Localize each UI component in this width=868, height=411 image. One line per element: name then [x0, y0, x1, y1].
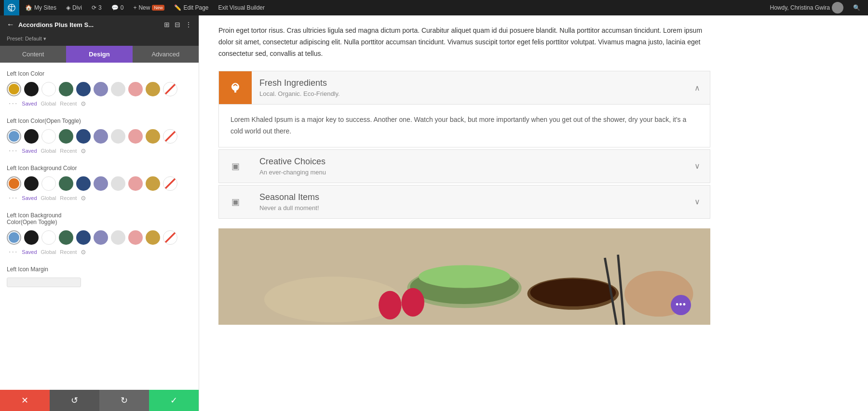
search-bar-item[interactable]: 🔍	[849, 4, 864, 11]
gear-icon-open[interactable]: ⚙	[81, 147, 86, 155]
swatch-black-open[interactable]	[24, 129, 39, 144]
swatch-green-bg[interactable]	[59, 176, 73, 191]
divi-menu[interactable]: ◈ Divi	[62, 0, 86, 15]
confirm-button[interactable]: ✓	[149, 390, 199, 411]
swatch-navy-bg[interactable]	[76, 176, 91, 191]
swatch-navy-bgo[interactable]	[76, 230, 91, 245]
swatch-white[interactable]	[41, 82, 56, 96]
swatch-black-bg[interactable]	[24, 176, 39, 191]
back-arrow-icon[interactable]: ←	[7, 20, 14, 29]
global-label[interactable]: Global	[41, 101, 56, 106]
left-icon-bg-color-open-title: Left Icon Background Color(Open Toggle)	[7, 212, 192, 225]
swatch-tan-bgo[interactable]	[146, 230, 160, 245]
panel-preset: Preset: Default	[0, 34, 199, 46]
swatch-periwinkle[interactable]	[94, 82, 108, 96]
gear-icon-bg[interactable]: ⚙	[81, 195, 86, 202]
chevron-down-icon-creative[interactable]: ∨	[685, 161, 710, 171]
recent-label-open[interactable]: Recent	[60, 148, 77, 154]
accordion-header-fresh[interactable]: Fresh Ingredients Local. Organic. Eco-Fr…	[219, 71, 710, 104]
left-icon-bg-color-swatches	[7, 176, 192, 191]
swatch-pink-bg[interactable]	[128, 176, 143, 191]
saved-label-bg[interactable]: Saved	[22, 195, 37, 201]
swatch-white-open[interactable]	[41, 129, 56, 144]
gear-icon-bgo[interactable]: ⚙	[81, 249, 86, 256]
swatch-lightgray-bg[interactable]	[111, 176, 125, 191]
redo-button[interactable]: ↻	[99, 390, 149, 411]
swatch-green-bgo[interactable]	[59, 230, 73, 245]
my-sites-menu[interactable]: 🏠 My Sites	[21, 0, 60, 15]
swatch-blue-bgo[interactable]	[7, 230, 21, 245]
floating-dots-button[interactable]: •••	[671, 295, 691, 315]
swatch-tan-open[interactable]	[146, 129, 160, 144]
swatch-gold[interactable]	[7, 82, 21, 96]
swatch-lightgray-bgo[interactable]	[111, 230, 125, 245]
dots-icon-bgo[interactable]: ···	[9, 248, 18, 256]
swatch-lightgray[interactable]	[111, 82, 125, 96]
recent-label-bg[interactable]: Recent	[60, 195, 77, 201]
edit-page-menu[interactable]: ✏️ Edit Page	[170, 0, 212, 15]
accordion-header-creative[interactable]: ▣ Creative Choices An ever-changing menu…	[219, 150, 710, 183]
accordion-header-seasonal[interactable]: ▣ Seasonal Items Never a dull moment! ∨	[219, 186, 710, 218]
swatch-pink-open[interactable]	[128, 129, 143, 144]
swatch-navy[interactable]	[76, 82, 91, 96]
recent-label-bgo[interactable]: Recent	[60, 249, 77, 255]
cancel-button[interactable]: ✕	[0, 390, 50, 411]
swatch-black[interactable]	[24, 82, 39, 96]
pencil-icon: ✏️	[174, 4, 181, 11]
swatch-none-bgo[interactable]	[163, 230, 177, 245]
expand-icon[interactable]: ⊞	[164, 21, 170, 28]
swatch-white-bg[interactable]	[41, 176, 56, 191]
tab-advanced[interactable]: Advanced	[133, 46, 199, 63]
swatch-none-bg[interactable]	[163, 176, 177, 191]
saved-label[interactable]: Saved	[22, 101, 37, 106]
swatch-green-open[interactable]	[59, 129, 73, 144]
chevron-down-icon-seasonal[interactable]: ∨	[685, 197, 710, 206]
swatch-tan[interactable]	[146, 82, 160, 96]
dots-icon[interactable]: ···	[9, 99, 18, 108]
more-icon[interactable]: ⋮	[185, 21, 192, 28]
swatch-lightgray-open[interactable]	[111, 129, 125, 144]
global-label-bg[interactable]: Global	[41, 195, 56, 201]
swatch-pink[interactable]	[128, 82, 143, 96]
swatch-blue-open[interactable]	[7, 129, 21, 144]
tab-design[interactable]: Design	[66, 46, 132, 63]
gear-icon[interactable]: ⚙	[81, 100, 86, 107]
comments-count: 0	[121, 4, 124, 11]
new-menu[interactable]: + New New	[129, 0, 168, 15]
swatch-tan-bg[interactable]	[146, 176, 160, 191]
undo-button[interactable]: ↺	[50, 390, 99, 411]
dots-icon-bg[interactable]: ···	[9, 194, 18, 202]
accordion-subtitle-seasonal: Never a dull moment!	[259, 204, 677, 212]
saved-label-open[interactable]: Saved	[22, 148, 37, 154]
preset-selector[interactable]: Preset: Default	[7, 36, 46, 41]
dots-icon-open[interactable]: ···	[9, 146, 18, 155]
wp-logo[interactable]	[4, 0, 19, 15]
avatar	[832, 2, 843, 13]
howdy-text: Howdy, Christina Gwira	[770, 4, 830, 11]
howdy-menu[interactable]: Howdy, Christina Gwira	[766, 2, 847, 13]
left-icon-bg-color-open-meta: ··· Saved Global Recent ⚙	[7, 248, 192, 256]
margin-input[interactable]	[7, 278, 81, 287]
swatch-periwinkle-bg[interactable]	[94, 176, 108, 191]
exit-visual-builder[interactable]: Exit Visual Builder	[214, 0, 269, 15]
swatch-periwinkle-bgo[interactable]	[94, 230, 108, 245]
recent-label[interactable]: Recent	[60, 101, 77, 106]
swatch-pink-bgo[interactable]	[128, 230, 143, 245]
swatch-orange-bg[interactable]	[7, 176, 21, 191]
counter-menu[interactable]: ⟳ 3	[88, 0, 106, 15]
global-label-bgo[interactable]: Global	[41, 249, 56, 255]
swatch-navy-open[interactable]	[76, 129, 91, 144]
swatch-black-bgo[interactable]	[24, 230, 39, 245]
global-label-open[interactable]: Global	[41, 148, 56, 154]
edit-page-label: Edit Page	[183, 4, 208, 11]
grid-icon[interactable]: ⊟	[175, 21, 180, 28]
saved-label-bgo[interactable]: Saved	[22, 249, 37, 255]
swatch-none[interactable]	[163, 82, 177, 96]
tab-content[interactable]: Content	[0, 46, 66, 63]
swatch-periwinkle-open[interactable]	[94, 129, 108, 144]
swatch-none-open[interactable]	[163, 129, 177, 144]
chevron-up-icon-fresh[interactable]: ∧	[685, 83, 710, 93]
comments-menu[interactable]: 💬 0	[108, 0, 128, 15]
swatch-white-bgo[interactable]	[41, 230, 56, 245]
swatch-green[interactable]	[59, 82, 73, 96]
